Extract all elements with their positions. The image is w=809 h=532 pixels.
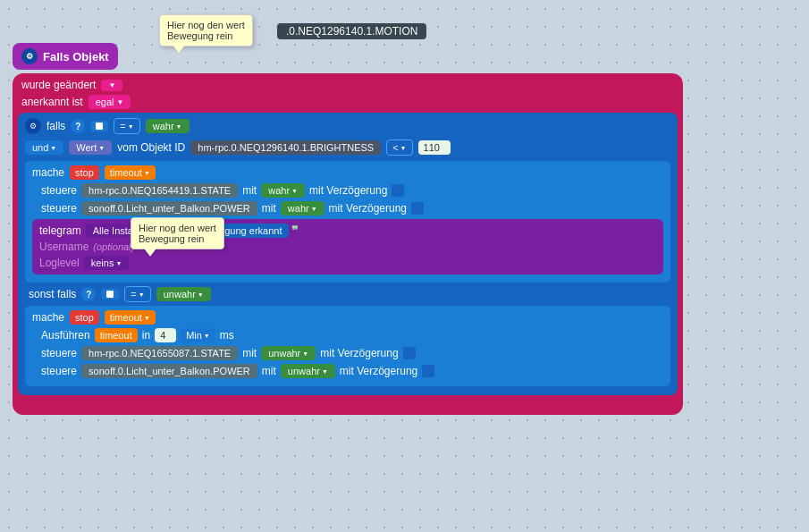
- mit2-label: mit: [262, 202, 276, 215]
- steuere3-row: steuere hm-rpc.0.NEQ1655087.1.STATE mit …: [32, 346, 663, 360]
- steuere4-row: steuere sonoff.0.Licht_unter_Balkon.POWE…: [32, 364, 663, 378]
- state4-field: sonoff.0.Licht_unter_Balkon.POWER: [81, 364, 257, 378]
- main-block: ⚙ Falls Objekt wurde geändert anerkannt …: [13, 43, 683, 415]
- ausfuhren-row: Ausführen timeout in 4 Min ms: [32, 328, 663, 342]
- outer-block: wurde geändert anerkannt ist egal ⚙ fall…: [13, 73, 683, 415]
- sonst-question-icon[interactable]: ?: [81, 287, 96, 301]
- verzogerung-box-4: [422, 365, 434, 377]
- verzogerung-box-3: [403, 347, 416, 359]
- tooltip-1-line1: Hier nog den wert: [167, 20, 245, 30]
- anerkannt-dropdown[interactable]: egal: [88, 95, 131, 109]
- falls-label: falls: [46, 120, 65, 132]
- timeout-button-2[interactable]: timeout: [105, 310, 156, 325]
- loglevel-label: Loglevel: [39, 257, 80, 269]
- equals-button[interactable]: =: [114, 118, 139, 134]
- username-label: Username: [39, 241, 88, 253]
- state2-field: sonoff.0.Licht_unter_Balkon.POWER: [81, 201, 257, 215]
- verz1-label: mit Verzögerung: [309, 184, 387, 197]
- steuere1-row: steuere hm-rpc.0.NEQ1654419.1.STATE mit …: [32, 183, 663, 198]
- sonst-falls-label: sonst falls: [29, 288, 76, 300]
- stop-button-1[interactable]: stop: [70, 165, 99, 180]
- puzzle-connector: [90, 121, 108, 131]
- stop-button-2[interactable]: stop: [70, 310, 99, 325]
- sonst-puzzle-connector: [101, 289, 119, 300]
- wurde-dropdown[interactable]: [101, 80, 122, 91]
- telegram-block: Hier nog den wert Bewegung rein telegram…: [32, 219, 663, 274]
- mache2-label: mache: [32, 311, 64, 324]
- question-icon[interactable]: ?: [71, 119, 85, 133]
- falls-objekt-header: ⚙ Falls Objekt: [13, 43, 118, 70]
- unwahr1-button[interactable]: unwahr: [261, 346, 316, 360]
- mache2-section: mache stop timeout Ausführen timeout in …: [25, 306, 670, 386]
- sonst-inner-connector: [106, 291, 114, 298]
- wurde-row: wurde geändert: [18, 79, 678, 91]
- mache2-row: mache stop timeout: [32, 310, 663, 325]
- mit4-label: mit: [262, 365, 276, 377]
- close-quote: ❞: [291, 224, 299, 238]
- vom-label: vom Objekt ID: [117, 141, 185, 154]
- verz2-label: mit Verzögerung: [329, 202, 407, 215]
- motion-id-field: .0.NEQ1296140.1.MOTION: [277, 23, 426, 39]
- falls-gear-icon[interactable]: ⚙: [25, 118, 41, 134]
- wert-button[interactable]: Wert: [69, 140, 112, 155]
- ausfuhren-value: 4: [155, 328, 176, 342]
- mache1-row: mache stop timeout: [32, 165, 663, 180]
- mit3-label: mit: [242, 347, 257, 359]
- loglevel-row: Loglevel keins: [39, 256, 656, 270]
- min-button[interactable]: Min: [181, 328, 215, 342]
- steuere4-label: steuere: [41, 365, 77, 377]
- mache1-label: mache: [32, 166, 64, 179]
- unwahr2-button[interactable]: unwahr: [281, 364, 335, 378]
- verz3-label: mit Verzögerung: [320, 347, 398, 359]
- verz4-label: mit Verzögerung: [340, 365, 417, 377]
- ms-label: ms: [220, 329, 234, 342]
- verzogerung-box-1: [392, 184, 404, 197]
- steuere1-label: steuere: [41, 184, 77, 197]
- ausfuhren-timeout-field: timeout: [95, 328, 138, 342]
- sonst-falls-row: sonst falls ? = unwahr: [25, 286, 670, 302]
- falls-blue-block: ⚙ falls ? = wahr und Wert vom Objekt ID …: [18, 113, 678, 395]
- steuere3-label: steuere: [41, 347, 77, 359]
- tooltip-2: Hier nog den wert Bewegung rein: [131, 217, 224, 249]
- tooltip-1-line2: Bewegung rein: [167, 30, 245, 41]
- steuere2-label: steuere: [41, 202, 77, 215]
- sonst-equals-button[interactable]: =: [124, 286, 150, 302]
- threshold-value: 110: [418, 140, 451, 155]
- bottom-bar: [18, 399, 89, 410]
- falls-objekt-title: Falls Objekt: [43, 50, 109, 63]
- wahr1-button[interactable]: wahr: [261, 183, 305, 198]
- gear-icon[interactable]: ⚙: [21, 48, 38, 64]
- state1-field: hm-rpc.0.NEQ1654419.1.STATE: [81, 183, 238, 198]
- compare-button[interactable]: <: [386, 139, 412, 156]
- wurde-label: wurde geändert: [21, 79, 96, 91]
- mit1-label: mit: [242, 184, 257, 197]
- wahr2-button[interactable]: wahr: [281, 201, 324, 215]
- mache1-section: mache stop timeout steuere hm-rpc.0.NEQ1…: [25, 161, 670, 283]
- und-row: und Wert vom Objekt ID hm-rpc.0.NEQ12961…: [25, 139, 670, 156]
- state3-field: hm-rpc.0.NEQ1655087.1.STATE: [81, 346, 238, 360]
- tooltip-1: Hier nog den wert Bewegung rein: [159, 14, 253, 46]
- unwahr-button[interactable]: unwahr: [156, 287, 211, 301]
- falls-header-row: ⚙ falls ? = wahr: [25, 118, 670, 134]
- verzogerung-box-2: [411, 202, 424, 215]
- anerkannt-label: anerkannt ist: [21, 96, 83, 108]
- keins-button[interactable]: keins: [84, 256, 130, 270]
- und-button[interactable]: und: [25, 140, 63, 155]
- anerkannt-row: anerkannt ist egal: [18, 95, 678, 109]
- timeout-button-1[interactable]: timeout: [105, 165, 156, 180]
- ausfuhren-label: Ausführen: [41, 329, 90, 342]
- steuere2-row: steuere sonoff.0.Licht_unter_Balkon.POWE…: [32, 201, 663, 215]
- optional-label: (optional): [93, 241, 134, 252]
- in-label: in: [142, 329, 150, 342]
- inner-connector: [96, 122, 103, 130]
- tooltip-2-line1: Hier nog den wert: [139, 223, 216, 233]
- brightness-id-field: hm-rpc.0.NEQ1296140.1.BRIGHTNESS: [190, 140, 381, 155]
- wahr-button[interactable]: wahr: [146, 119, 190, 133]
- telegram-label: telegram: [39, 224, 81, 237]
- tooltip-2-line2: Bewegung rein: [139, 233, 216, 244]
